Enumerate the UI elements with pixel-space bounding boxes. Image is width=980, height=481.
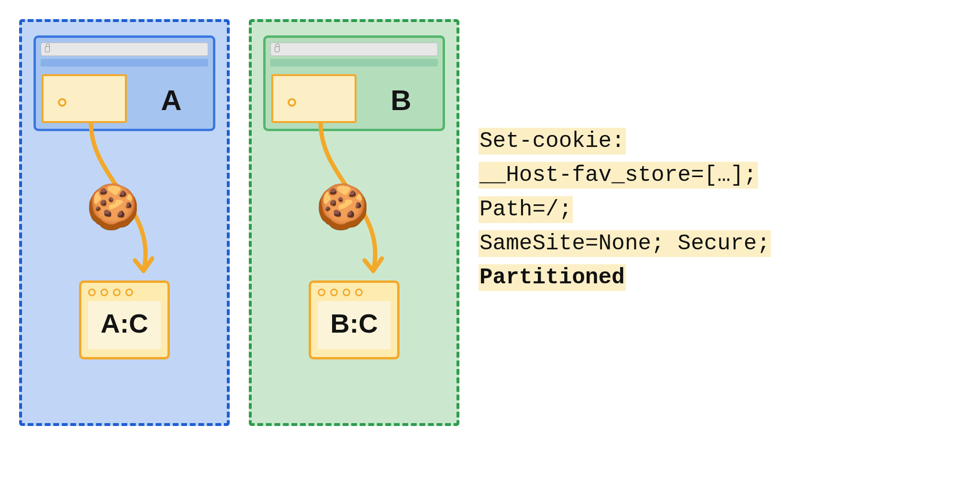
- toolbar-strip: [270, 59, 438, 67]
- set-cookie-header-example: Set-cookie: __Host-fav_store=[…]; Path=/…: [479, 124, 771, 295]
- jar-partition-key: B:C: [318, 301, 390, 349]
- jar-partition-key: A:C: [88, 301, 161, 349]
- jar-header-dots: [311, 283, 397, 299]
- iframe-anchor-dot: [288, 98, 296, 107]
- address-bar: [41, 43, 208, 56]
- partition-b: B 🍪 B:C: [249, 19, 459, 426]
- toolbar-strip: [41, 59, 208, 67]
- browser-window-b: B: [263, 35, 445, 131]
- partition-a: A 🍪 A:C: [19, 19, 230, 426]
- code-line: Set-cookie:: [479, 128, 626, 155]
- address-bar: [270, 43, 438, 56]
- code-line: __Host-fav_store=[…];: [479, 162, 758, 189]
- top-level-site-label: B: [359, 71, 443, 129]
- embedded-iframe: [42, 74, 127, 123]
- jar-header-dots: [81, 283, 167, 299]
- cookie-jar-a: A:C: [79, 280, 170, 359]
- iframe-anchor-dot: [58, 98, 67, 107]
- browser-window-a: A: [33, 35, 215, 131]
- lock-icon: [275, 46, 279, 52]
- diagram-root: A 🍪 A:C B: [19, 19, 961, 426]
- embedded-iframe: [271, 74, 356, 123]
- code-line: SameSite=None; Secure;: [479, 230, 771, 257]
- code-line-partitioned: Partitioned: [479, 264, 626, 291]
- cookie-icon: 🍪: [316, 185, 369, 228]
- lock-icon: [45, 46, 50, 52]
- code-line: Path=/;: [479, 196, 573, 223]
- cookie-flow-arrow: 🍪: [72, 123, 177, 285]
- cookie-jar-b: B:C: [309, 280, 400, 359]
- cookie-flow-arrow: 🍪: [301, 123, 407, 285]
- cookie-icon: 🍪: [86, 185, 140, 228]
- top-level-site-label: A: [130, 71, 213, 129]
